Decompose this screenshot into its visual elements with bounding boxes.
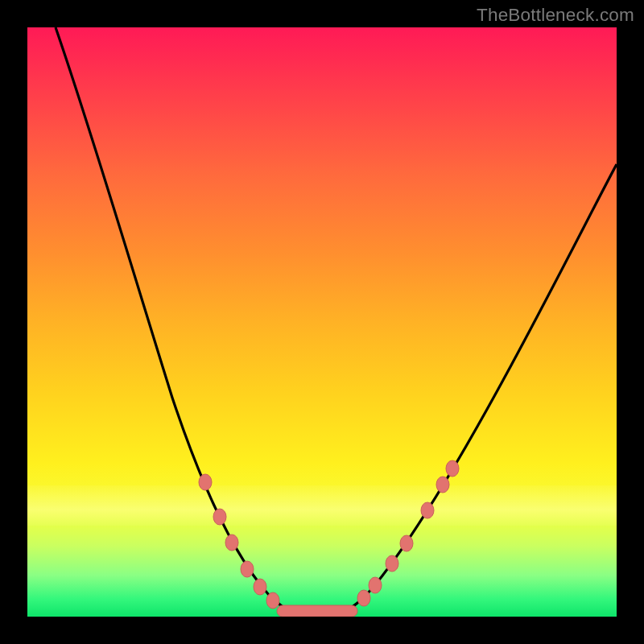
marker-dot [213,509,226,525]
marker-dot [400,535,413,551]
marker-dot [266,592,279,609]
markers-left [199,474,279,609]
marker-dot [241,561,254,577]
marker-dot [225,535,238,551]
marker-dot [254,579,266,595]
marker-dot [446,460,459,477]
bottleneck-curve [27,27,617,617]
marker-dot [199,474,212,490]
marker-dot [386,555,398,572]
markers-right [357,460,459,606]
marker-dot [357,590,370,606]
bottom-strip [277,605,357,617]
curve-path [56,27,617,615]
watermark-text: TheBottleneck.com [477,5,634,26]
chart-stage: TheBottleneck.com [0,0,644,644]
plot-area [27,27,617,617]
marker-dot [369,577,382,593]
marker-dot [421,502,434,518]
marker-dot [436,477,449,493]
